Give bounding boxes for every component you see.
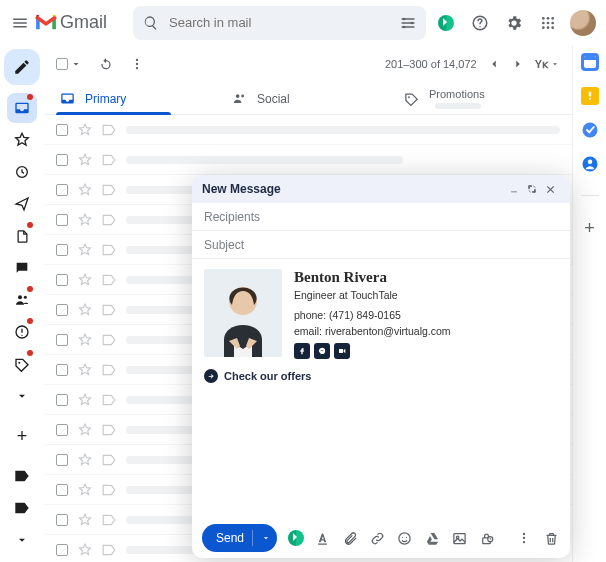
nav-sent[interactable]	[7, 189, 37, 219]
row-checkbox[interactable]	[56, 484, 68, 496]
label-icon[interactable]	[102, 214, 116, 226]
label-icon[interactable]	[102, 304, 116, 316]
compose-titlebar[interactable]: New Message	[192, 175, 570, 203]
nav-label-1[interactable]	[7, 461, 37, 491]
star-icon[interactable]	[78, 333, 92, 347]
search-options-icon[interactable]	[400, 15, 416, 31]
star-icon[interactable]	[78, 183, 92, 197]
label-icon[interactable]	[102, 244, 116, 256]
nav-inbox[interactable]	[7, 93, 37, 123]
star-icon[interactable]	[78, 153, 92, 167]
next-page[interactable]	[511, 57, 525, 71]
star-icon[interactable]	[78, 303, 92, 317]
label-icon[interactable]	[102, 424, 116, 436]
nav-label-2[interactable]	[7, 493, 37, 523]
addon-keep[interactable]	[581, 87, 599, 105]
label-icon[interactable]	[102, 454, 116, 466]
addon-contacts[interactable]	[581, 155, 599, 173]
tab-social[interactable]: Social	[222, 83, 394, 114]
nav-more[interactable]	[7, 381, 37, 411]
row-checkbox[interactable]	[56, 334, 68, 346]
tab-primary[interactable]: Primary	[50, 83, 222, 114]
row-checkbox[interactable]	[56, 424, 68, 436]
row-checkbox[interactable]	[56, 154, 68, 166]
more-options-icon[interactable]	[515, 531, 532, 545]
attach-icon[interactable]	[342, 531, 359, 546]
label-icon[interactable]	[102, 124, 116, 136]
label-icon[interactable]	[102, 334, 116, 346]
settings-icon[interactable]	[502, 11, 526, 35]
emoji-icon[interactable]	[396, 531, 413, 546]
row-checkbox[interactable]	[56, 124, 68, 136]
star-icon[interactable]	[78, 273, 92, 287]
star-icon[interactable]	[78, 213, 92, 227]
tab-promotions[interactable]: Promotions	[394, 83, 566, 114]
addon-get-addons[interactable]: +	[584, 218, 595, 239]
star-icon[interactable]	[78, 243, 92, 257]
drive-icon[interactable]	[424, 531, 441, 546]
label-icon[interactable]	[102, 514, 116, 526]
label-icon[interactable]	[102, 364, 116, 376]
star-icon[interactable]	[78, 513, 92, 527]
compose-body[interactable]: Benton Rivera Engineer at TouchTale phon…	[192, 259, 570, 518]
formatting-icon[interactable]	[314, 531, 331, 546]
discard-icon[interactable]	[543, 531, 560, 546]
video-icon[interactable]	[334, 343, 350, 359]
more-actions[interactable]	[130, 57, 144, 71]
facebook-icon[interactable]	[294, 343, 310, 359]
label-icon[interactable]	[102, 544, 116, 556]
nav-spam[interactable]	[7, 317, 37, 347]
apps-icon[interactable]	[536, 11, 560, 35]
star-icon[interactable]	[78, 423, 92, 437]
star-icon[interactable]	[78, 123, 92, 137]
search-bar[interactable]	[133, 6, 426, 40]
grammarly-toolbar-icon[interactable]	[287, 530, 304, 546]
list-item[interactable]	[44, 145, 572, 175]
label-icon[interactable]	[102, 484, 116, 496]
row-checkbox[interactable]	[56, 214, 68, 226]
main-menu-button[interactable]	[8, 11, 32, 35]
row-checkbox[interactable]	[56, 244, 68, 256]
label-icon[interactable]	[102, 274, 116, 286]
nav-starred[interactable]	[7, 125, 37, 155]
row-checkbox[interactable]	[56, 184, 68, 196]
gmail-logo[interactable]: Gmail	[34, 12, 107, 33]
signature-cta[interactable]: Check our offers	[204, 369, 558, 383]
nav-categories[interactable]	[7, 349, 37, 379]
nav-chats[interactable]	[7, 253, 37, 283]
row-checkbox[interactable]	[56, 274, 68, 286]
star-icon[interactable]	[78, 363, 92, 377]
row-checkbox[interactable]	[56, 544, 68, 556]
row-checkbox[interactable]	[56, 394, 68, 406]
subject-field[interactable]: Subject	[192, 231, 570, 259]
messenger-icon[interactable]	[314, 343, 330, 359]
recipients-field[interactable]: Recipients	[192, 203, 570, 231]
minimize-button[interactable]	[505, 184, 523, 194]
nav-drafts[interactable]	[7, 221, 37, 251]
nav-new-label[interactable]: +	[7, 421, 37, 451]
addon-calendar[interactable]	[581, 53, 599, 71]
refresh-button[interactable]	[98, 56, 114, 72]
compose-button[interactable]	[4, 49, 40, 85]
list-item[interactable]	[44, 115, 572, 145]
row-checkbox[interactable]	[56, 364, 68, 376]
star-icon[interactable]	[78, 393, 92, 407]
addon-tasks[interactable]	[581, 121, 599, 139]
send-button[interactable]: Send	[202, 524, 277, 552]
input-tools[interactable]: Yᴋ	[535, 58, 560, 71]
link-icon[interactable]	[369, 531, 386, 546]
select-all[interactable]	[56, 58, 82, 70]
search-input[interactable]	[167, 14, 400, 31]
image-icon[interactable]	[451, 531, 468, 546]
grammarly-header-icon[interactable]	[434, 11, 458, 35]
label-icon[interactable]	[102, 154, 116, 166]
label-icon[interactable]	[102, 184, 116, 196]
fullscreen-button[interactable]	[523, 184, 541, 194]
nav-snoozed[interactable]	[7, 157, 37, 187]
row-checkbox[interactable]	[56, 304, 68, 316]
star-icon[interactable]	[78, 543, 92, 557]
row-checkbox[interactable]	[56, 514, 68, 526]
close-button[interactable]	[541, 184, 560, 195]
star-icon[interactable]	[78, 453, 92, 467]
label-icon[interactable]	[102, 394, 116, 406]
